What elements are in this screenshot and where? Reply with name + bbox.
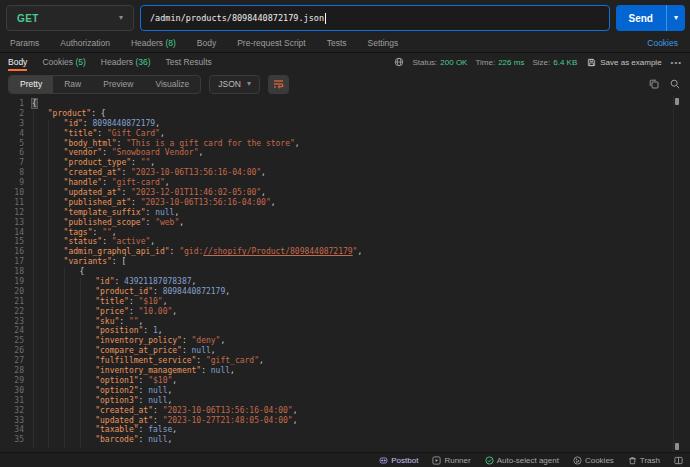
tab-authorization[interactable]: Authorization bbox=[60, 38, 110, 48]
view-preview-button[interactable]: Preview bbox=[92, 76, 144, 93]
line-number: 10 bbox=[0, 188, 24, 198]
line-number: 4 bbox=[0, 129, 24, 139]
response-tab-body[interactable]: Body bbox=[8, 53, 27, 71]
code-line: 30"option2": null, bbox=[0, 386, 690, 396]
scrollbar-thumb[interactable] bbox=[675, 98, 679, 105]
line-number: 25 bbox=[0, 336, 24, 346]
code-text: "created_at": "2023-10-06T13:56:16-04:00… bbox=[24, 168, 266, 178]
code-text: "admin_graphql_api_id": "gid://shopify/P… bbox=[24, 247, 362, 257]
code-text: "price": "10.00", bbox=[24, 307, 177, 317]
line-number: 8 bbox=[0, 168, 24, 178]
code-line: 6"vendor": "Snowboard Vendor", bbox=[0, 148, 690, 158]
line-number: 2 bbox=[0, 109, 24, 119]
line-number: 28 bbox=[0, 366, 24, 376]
json-link[interactable]: //shopify/Product/8098440872179 bbox=[203, 247, 352, 256]
search-icon[interactable] bbox=[670, 79, 680, 89]
code-text: "updated_at": "2023-12-01T11:46:02-05:00… bbox=[24, 188, 266, 198]
line-number: 14 bbox=[0, 228, 24, 238]
code-text: "id": 8098440872179, bbox=[24, 119, 160, 129]
runner-button[interactable]: Runner bbox=[432, 456, 470, 465]
line-number: 5 bbox=[0, 139, 24, 149]
code-line: 33"updated_at": "2023-10-27T21:48:05-04:… bbox=[0, 416, 690, 426]
view-mode-switch: Pretty Raw Preview Visualize bbox=[8, 75, 201, 94]
code-line: 22"price": "10.00", bbox=[0, 307, 690, 317]
response-header: Body Cookies (5) Headers (36) Test Resul… bbox=[0, 53, 690, 71]
code-line: 24"position": 1, bbox=[0, 326, 690, 336]
code-line: 7"product_type": "", bbox=[0, 158, 690, 168]
response-tab-headers[interactable]: Headers (36) bbox=[101, 53, 151, 71]
more-options-button[interactable]: ••• bbox=[671, 58, 682, 67]
tab-pre-request-script[interactable]: Pre-request Script bbox=[237, 38, 306, 48]
network-globe-icon[interactable] bbox=[394, 57, 404, 67]
line-number: 9 bbox=[0, 178, 24, 188]
tab-body[interactable]: Body bbox=[197, 38, 216, 48]
code-line: 3"id": 8098440872179, bbox=[0, 119, 690, 129]
view-visualize-button[interactable]: Visualize bbox=[144, 76, 200, 93]
code-line: 27"fulfillment_service": "gift_card", bbox=[0, 356, 690, 366]
view-raw-button[interactable]: Raw bbox=[53, 76, 92, 93]
chevron-down-icon: ▾ bbox=[247, 80, 251, 88]
code-line: 23"sku": "", bbox=[0, 317, 690, 327]
bottom-panel-toggle[interactable] bbox=[674, 456, 683, 465]
code-text: "body_html": "This is a gift card for th… bbox=[24, 139, 300, 149]
trash-button[interactable]: Trash bbox=[628, 456, 660, 465]
toolbar-right bbox=[649, 79, 682, 89]
code-line: 4"title": "Gift Card", bbox=[0, 129, 690, 139]
time-value: 226 ms bbox=[498, 58, 524, 67]
copy-icon[interactable] bbox=[649, 79, 659, 89]
code-text: "product": { bbox=[24, 109, 106, 119]
tab-tests[interactable]: Tests bbox=[327, 38, 347, 48]
send-button[interactable]: Send bbox=[616, 5, 666, 31]
code-line: 29"option1": "$10", bbox=[0, 376, 690, 386]
tab-params[interactable]: Params bbox=[10, 38, 39, 48]
response-tab-test-results[interactable]: Test Results bbox=[166, 53, 212, 71]
cookie-icon bbox=[573, 456, 582, 465]
code-text: { bbox=[24, 99, 37, 109]
code-text: "updated_at": "2023-10-27T21:48:05-04:00… bbox=[24, 416, 298, 426]
method-select[interactable]: GET ▾ bbox=[6, 5, 134, 31]
tab-headers[interactable]: Headers (8) bbox=[131, 38, 176, 48]
cookies-link[interactable]: Cookies bbox=[647, 38, 678, 48]
line-number: 31 bbox=[0, 396, 24, 406]
format-select[interactable]: JSON ▾ bbox=[209, 75, 260, 94]
url-input[interactable]: /admin/products/8098440872179.json bbox=[140, 5, 610, 31]
code-line: 13"published_scope": "web", bbox=[0, 218, 690, 228]
line-number: 12 bbox=[0, 208, 24, 218]
code-text: "vendor": "Snowboard Vendor", bbox=[24, 148, 203, 158]
response-tab-cookies[interactable]: Cookies (5) bbox=[42, 53, 85, 71]
save-as-example-button[interactable]: Save as example bbox=[587, 58, 661, 67]
split-panel-icon bbox=[674, 456, 683, 465]
line-number: 19 bbox=[0, 277, 24, 287]
code-line: 32"created_at": "2023-10-06T13:56:16-04:… bbox=[0, 406, 690, 416]
line-number: 3 bbox=[0, 119, 24, 129]
tab-settings[interactable]: Settings bbox=[368, 38, 399, 48]
indent-guide bbox=[64, 268, 65, 448]
line-number: 1 bbox=[0, 99, 24, 109]
url-text: /admin/products/8098440872179.json bbox=[150, 13, 324, 23]
line-number: 24 bbox=[0, 326, 24, 336]
indent-guide bbox=[48, 120, 49, 448]
view-pretty-button[interactable]: Pretty bbox=[9, 76, 53, 93]
code-line: 12"template_suffix": null, bbox=[0, 208, 690, 218]
code-text: "title": "Gift Card", bbox=[24, 129, 165, 139]
request-bar: GET ▾ /admin/products/8098440872179.json… bbox=[0, 0, 690, 36]
code-text: "compare_at_price": null, bbox=[24, 346, 216, 356]
code-text: "id": 43921187078387, bbox=[24, 277, 196, 287]
line-number: 27 bbox=[0, 356, 24, 366]
send-options-button[interactable]: ▾ bbox=[666, 5, 685, 31]
postbot-button[interactable]: Postbot bbox=[379, 456, 418, 465]
cookies-button[interactable]: Cookies bbox=[573, 456, 614, 465]
line-number: 34 bbox=[0, 425, 24, 435]
code-text: "product_id": 8098440872179, bbox=[24, 287, 230, 297]
indent-guide bbox=[80, 278, 81, 448]
line-number: 33 bbox=[0, 416, 24, 426]
line-number: 20 bbox=[0, 287, 24, 297]
chevron-down-icon: ▾ bbox=[119, 14, 123, 22]
line-number: 32 bbox=[0, 406, 24, 416]
response-body-viewer[interactable]: 1{2"product": {3"id": 8098440872179,4"ti… bbox=[0, 96, 690, 452]
wrap-text-button[interactable] bbox=[268, 75, 289, 94]
code-line: 14"tags": "", bbox=[0, 228, 690, 238]
auto-select-agent-button[interactable]: Auto-select agent bbox=[485, 456, 559, 465]
chevron-down-icon: ▾ bbox=[674, 14, 678, 22]
scrollbar-thumb[interactable] bbox=[675, 443, 679, 450]
